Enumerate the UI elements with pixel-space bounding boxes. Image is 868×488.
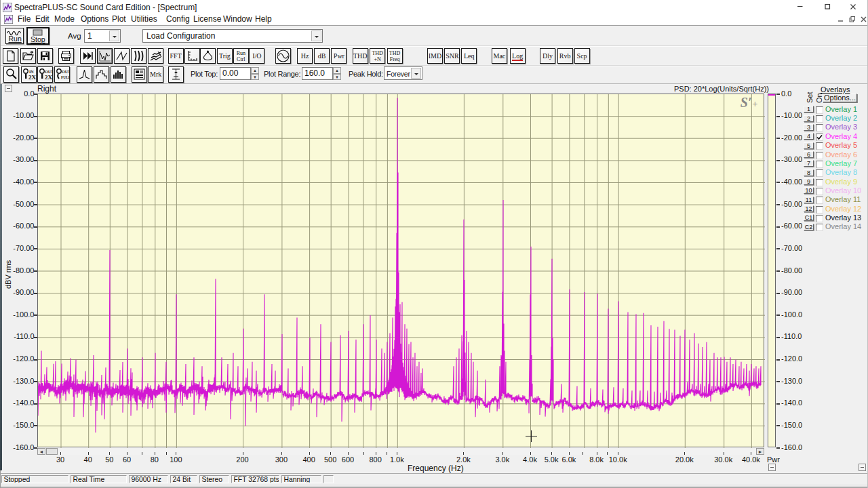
svg-text:2X: 2X [45, 74, 52, 81]
svg-text:OUT: OUT [62, 70, 69, 74]
svg-text:Run: Run [9, 35, 22, 43]
svg-text:2X: 2X [28, 74, 36, 81]
svg-text:Stop: Stop [31, 35, 45, 43]
svg-text:FULL: FULL [61, 75, 69, 79]
